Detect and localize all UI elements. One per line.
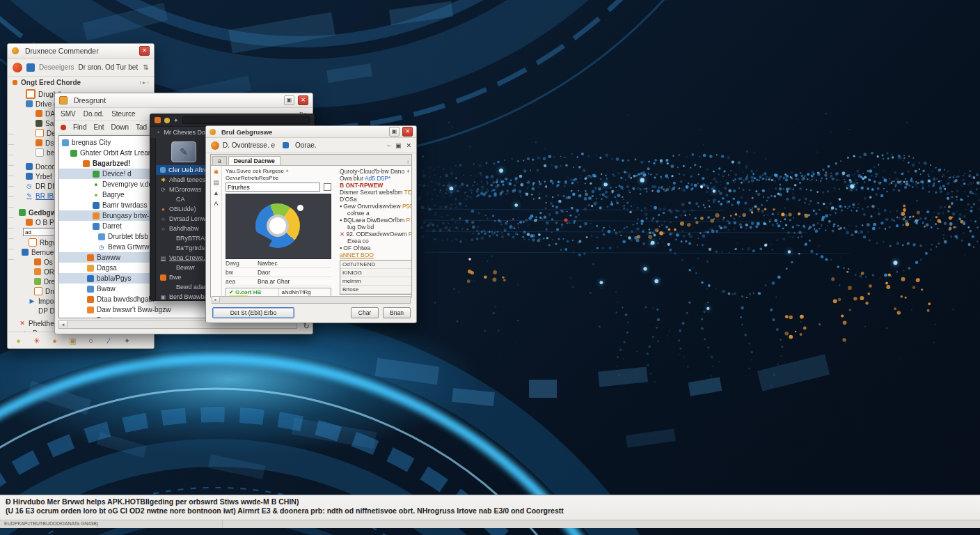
win2-titlebar[interactable]: Dresgrunt ▣ ✕ — [55, 93, 313, 108]
win1-titlebar[interactable]: Druxnece Commender ✕ — [8, 44, 154, 59]
listbox-item[interactable]: KINIOG — [340, 269, 412, 277]
record-dot-icon[interactable] — [61, 125, 66, 130]
grid-orange-icon — [34, 268, 41, 275]
pen-blue-icon[interactable]: ∕ — [104, 336, 113, 346]
orange-doc-icon — [87, 307, 94, 313]
menu-item[interactable]: Steurce — [111, 110, 135, 118]
dialog-horizontal-scrollbar[interactable]: ▸ — [212, 296, 411, 304]
dim-circle-icon: ○ — [160, 216, 166, 222]
orange-dot-icon: ● — [160, 206, 166, 212]
circle-orange-icon[interactable]: ● — [50, 336, 59, 346]
red-gear-icon[interactable] — [13, 63, 22, 72]
win1-section-header: Ongt Ered Chorde i ▸ ▫ — [8, 77, 154, 88]
listbox-item[interactable]: Brtose — [340, 286, 412, 294]
blue-module-icon[interactable] — [26, 63, 35, 72]
device-name-input[interactable] — [226, 183, 320, 192]
app-gear-icon — [12, 47, 19, 54]
flash-led-button[interactable]: Det St (Ebit) Erbo — [212, 307, 294, 318]
app-launcher-icon[interactable]: ✎ — [171, 141, 196, 162]
toolbar-item[interactable]: Tad — [136, 123, 147, 131]
dialog-bar-label-2[interactable]: Oorae. — [295, 141, 317, 149]
gear-yellow-icon: ✱ — [160, 177, 166, 183]
history-icon[interactable]: ◔ — [156, 129, 159, 136]
dialog-maximize-button[interactable]: ▣ — [389, 127, 400, 137]
clock-icon: ◷ — [26, 183, 33, 189]
blue-box-icon — [93, 223, 100, 230]
checkbox[interactable] — [324, 183, 331, 191]
maximize-button[interactable]: ▣ — [395, 142, 402, 149]
win2-close-button[interactable]: ✕ — [298, 95, 308, 105]
dark-box-icon — [35, 120, 42, 127]
tab-device-overview[interactable]: Deural Dacrwe — [228, 156, 280, 165]
device-dialog: Brul Gebgruswe ▣ ✕ D. Ovontresse. e Oora… — [205, 125, 417, 323]
folder-orange-icon — [87, 265, 94, 272]
listbox-item[interactable]: melrnm — [340, 277, 412, 286]
shield-icon — [26, 173, 33, 180]
dialog-bar-label-1[interactable]: D. Ovontresse. e — [223, 141, 275, 149]
scroll-arrow[interactable]: ▸ — [212, 297, 220, 302]
status-line: ✕ 92. ODEswdvwvOewm P9049- — [340, 231, 412, 238]
info-row: aea Bna.ar Ghar — [226, 277, 331, 286]
dialog-titlebar[interactable]: Brul Gebgruswe ▣ ✕ — [206, 126, 416, 138]
gear-orange-icon — [210, 129, 216, 135]
status-line: tug Dw bd — [340, 224, 412, 231]
start-button[interactable]: Bnan — [383, 307, 411, 318]
status-line: Exea co — [340, 238, 412, 245]
grid-orange-icon — [34, 258, 41, 265]
orange-outline-icon — [35, 129, 44, 137]
letter-a-icon[interactable]: A — [214, 200, 218, 207]
menu-item[interactable]: SMV — [61, 110, 76, 118]
green-dot-icon: ● — [93, 192, 100, 199]
blue-app-icon — [26, 163, 33, 170]
green-circle-icon: ● — [93, 181, 100, 188]
win2-maximize-button[interactable]: ▣ — [284, 95, 294, 105]
status-lines: Quroty-Cloud'b-bw Dano + Owa blur Ad5 D5… — [340, 168, 412, 258]
sphere-icon[interactable]: ● — [14, 336, 23, 346]
orange-sub-icon — [83, 160, 90, 167]
doc-orange-icon — [59, 96, 68, 104]
scroll-left-arrow[interactable]: ◂ — [59, 321, 68, 327]
dim-doc-icon: ▤ — [160, 255, 166, 261]
doc-gray-icon[interactable]: ▤ — [213, 179, 219, 186]
status-detail-cell: EUDPKAPcTBUTBUDDDKIANATa GN43B) — [0, 520, 223, 528]
orange-dot-icon — [13, 80, 17, 85]
dark-search-field[interactable] — [182, 116, 310, 124]
clear-button[interactable]: Char — [351, 307, 379, 318]
swap-arrows-icon[interactable]: ⇅ — [143, 63, 149, 71]
toolbar-item[interactable]: Find — [73, 123, 86, 131]
orange-square-icon[interactable] — [155, 117, 161, 123]
folder-icon[interactable]: ▣ — [68, 336, 77, 346]
orange-box-icon — [87, 254, 94, 261]
orange-cyl-icon — [87, 296, 94, 303]
wrench-icon[interactable]: ✦ — [122, 336, 132, 346]
gear-icon — [211, 141, 219, 150]
section-tools-icons[interactable]: i ▸ ▫ — [140, 79, 149, 86]
status-line: D'OSa — [340, 196, 412, 203]
flower-red-icon[interactable]: ✳ — [32, 336, 41, 346]
status-sub-bar: EUDPKAPcTBUTBUDDDKIANATa GN43B) — [0, 520, 980, 528]
toolbar-label-1[interactable]: Deseeigers — [39, 63, 74, 71]
toolbar-item[interactable]: Ent — [93, 123, 104, 131]
pen-link-icon: ✎ — [26, 192, 33, 199]
tab-general[interactable]: a — [212, 156, 227, 165]
status-bar: Ð Hirvdubo Mer Brvwd helps APK.HOTBIIged… — [0, 495, 980, 528]
satellite-dot-icon — [297, 205, 303, 211]
tool-dark-icon[interactable]: ▲ — [213, 189, 219, 196]
listbox-item[interactable]: OdTuTNEND — [340, 261, 412, 269]
blue-shield-icon — [87, 275, 94, 282]
close-button[interactable]: ✕ — [406, 142, 411, 149]
wrench-icon[interactable]: ✦ — [173, 117, 179, 124]
win1-close-button[interactable]: ✕ — [139, 46, 150, 56]
tab-scroll-icon[interactable]: ↕ — [406, 159, 411, 165]
circle-outline-icon[interactable]: ○ — [86, 336, 95, 346]
yellow-dot-icon[interactable] — [164, 118, 170, 123]
menu-item[interactable]: Do.od. — [84, 110, 104, 118]
toolbar-item[interactable]: Down — [111, 123, 129, 131]
toolbar-label-2[interactable]: Dr sron. Od Tur bet — [79, 63, 139, 71]
form-label-1: Yau.Suvre cek Rurgese + — [226, 168, 331, 175]
gear-orange-icon[interactable]: ✱ — [214, 169, 219, 176]
minimize-button[interactable]: – — [387, 142, 390, 149]
dialog-close-button[interactable]: ✕ — [402, 127, 413, 137]
orange-app-icon — [26, 89, 35, 99]
form-label-2: GevurRetrefuResPbe — [226, 175, 331, 182]
